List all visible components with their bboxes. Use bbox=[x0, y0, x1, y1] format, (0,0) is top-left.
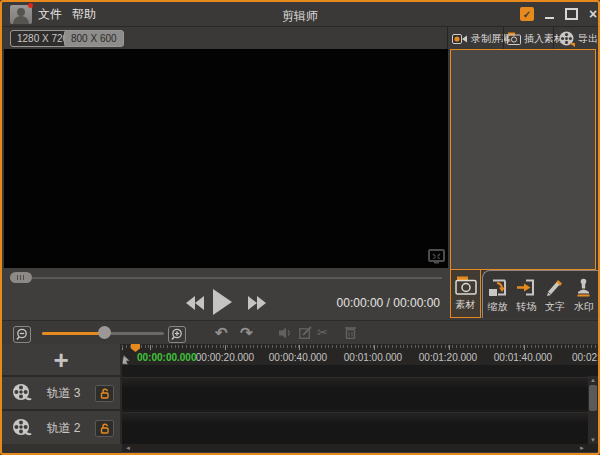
insert-material-icon bbox=[507, 32, 521, 45]
export-film-reel-icon bbox=[559, 31, 575, 47]
timeline-zoom-slider-handle[interactable] bbox=[98, 326, 111, 339]
ruler-current-time: 00:00:00.000 bbox=[137, 352, 197, 363]
film-reel-icon bbox=[12, 383, 32, 403]
scroll-right-icon[interactable]: ► bbox=[579, 444, 585, 452]
track-2-label: 轨道 2 bbox=[32, 420, 95, 437]
zoom-out-icon bbox=[16, 328, 29, 341]
rewind-icon bbox=[195, 296, 204, 310]
horizontal-scrollbar[interactable]: ◄ ► bbox=[122, 444, 588, 452]
export-label: 导出 bbox=[578, 32, 598, 46]
redo-button[interactable]: ↷ bbox=[240, 324, 253, 342]
material-camera-icon bbox=[455, 276, 477, 295]
seek-handle[interactable] bbox=[10, 272, 32, 283]
scroll-down-icon[interactable]: ▼ bbox=[588, 436, 598, 444]
unlock-icon bbox=[99, 423, 110, 434]
tab-transition-label: 转场 bbox=[516, 300, 536, 314]
tab-watermark-label: 水印 bbox=[574, 300, 594, 314]
timeline-track-lane-3[interactable] bbox=[122, 377, 588, 409]
seek-track[interactable] bbox=[10, 277, 442, 279]
menu-help[interactable]: 帮助 bbox=[72, 7, 96, 21]
watermark-stamp-icon bbox=[575, 278, 592, 297]
track-row-3[interactable]: 轨道 3 bbox=[2, 377, 120, 411]
feedback-check-icon[interactable]: ✓ bbox=[520, 7, 534, 21]
material-panel bbox=[450, 49, 596, 270]
rewind-button[interactable] bbox=[186, 296, 204, 310]
timeline-toolbar: ↶ ↷ ✂ bbox=[2, 320, 598, 345]
ruler-label: 00:00:40.000 bbox=[263, 352, 333, 363]
fast-forward-icon bbox=[257, 296, 266, 310]
delete-button[interactable] bbox=[345, 326, 356, 339]
mute-button[interactable] bbox=[279, 327, 292, 339]
maximize-icon bbox=[565, 8, 578, 20]
scroll-up-icon[interactable]: ▲ bbox=[588, 376, 598, 384]
track-2-lock-button[interactable] bbox=[95, 420, 114, 437]
maximize-button[interactable] bbox=[563, 7, 579, 21]
fullscreen-icon[interactable] bbox=[428, 249, 445, 264]
scale-icon bbox=[487, 278, 507, 297]
track-panel: + 轨道 3 bbox=[2, 344, 122, 444]
tab-scale-label: 缩放 bbox=[487, 300, 507, 314]
export-button[interactable]: 导出 bbox=[559, 27, 598, 50]
tab-material[interactable]: 素材 bbox=[450, 270, 481, 318]
cut-button[interactable]: ✂ bbox=[317, 325, 328, 340]
user-avatar[interactable] bbox=[10, 5, 32, 24]
transition-icon bbox=[516, 278, 536, 297]
vertical-scrollbar-thumb[interactable] bbox=[589, 385, 597, 411]
timeline-ruler[interactable]: 00:00:00.000 00:00:20.000 00:00:40.000 0… bbox=[122, 344, 598, 365]
unlock-icon bbox=[99, 388, 110, 399]
ruler-minor-ticks bbox=[122, 345, 598, 348]
track-3-label: 轨道 3 bbox=[32, 385, 95, 402]
menu-file[interactable]: 文件 bbox=[38, 7, 62, 21]
minimize-button[interactable] bbox=[541, 7, 557, 21]
toolbar-separator bbox=[447, 27, 448, 50]
tab-transition[interactable]: 转场 bbox=[512, 271, 541, 325]
scrollbar-corner bbox=[588, 444, 598, 452]
main-toolbar: 1280 X 720 800 X 600 录制屏幕 插入素材 bbox=[2, 26, 598, 51]
timeline-zoom-slider-fill bbox=[42, 332, 104, 335]
scroll-left-icon[interactable]: ◄ bbox=[125, 444, 131, 452]
track-3-lock-button[interactable] bbox=[95, 385, 114, 402]
tab-text-label: 文字 bbox=[545, 300, 565, 314]
rewind-icon bbox=[186, 296, 195, 310]
ruler-label: 00:02:0 bbox=[572, 352, 598, 363]
add-track-button[interactable]: + bbox=[2, 344, 120, 377]
time-display: 00:00:00 / 00:00:00 bbox=[337, 296, 440, 310]
close-button[interactable]: × bbox=[585, 7, 600, 21]
fast-forward-icon bbox=[248, 296, 257, 310]
playback-bar bbox=[2, 268, 450, 320]
insert-material-button[interactable]: 插入素材 bbox=[507, 27, 564, 50]
tab-text[interactable]: 文字 bbox=[541, 271, 570, 325]
zoom-out-button[interactable] bbox=[13, 326, 31, 343]
timeline-track-lane-2[interactable] bbox=[122, 412, 588, 444]
toolbar-separator bbox=[503, 27, 504, 50]
minimize-icon bbox=[545, 17, 554, 19]
track-panel-footer bbox=[2, 444, 122, 453]
ruler-label: 00:01:40.000 bbox=[488, 352, 558, 363]
mouse-cursor bbox=[122, 349, 135, 365]
play-icon bbox=[213, 289, 232, 315]
text-pencil-icon bbox=[545, 278, 564, 297]
undo-button[interactable]: ↶ bbox=[215, 324, 228, 342]
ruler-label: 00:00:20.000 bbox=[190, 352, 260, 363]
insert-material-label: 插入素材 bbox=[524, 32, 564, 46]
edit-clip-button[interactable] bbox=[299, 326, 312, 339]
window-title: 剪辑师 bbox=[282, 8, 318, 25]
track-row-2[interactable]: 轨道 2 bbox=[2, 412, 120, 446]
tab-scale[interactable]: 缩放 bbox=[483, 271, 512, 325]
play-button[interactable] bbox=[213, 289, 232, 315]
avatar-person-icon bbox=[17, 8, 25, 16]
zoom-in-button[interactable] bbox=[168, 326, 186, 343]
tab-watermark[interactable]: 水印 bbox=[569, 271, 598, 325]
titlebar: 文件 帮助 剪辑师 ✓ × bbox=[2, 2, 598, 25]
resolution-800x600-button[interactable]: 800 X 600 bbox=[64, 30, 124, 47]
notification-dot bbox=[28, 3, 33, 8]
panel-tab-bar: 缩放 转场 文字 水印 bbox=[482, 270, 598, 318]
vertical-scrollbar[interactable]: ▲ ▼ bbox=[588, 376, 598, 444]
video-preview bbox=[4, 49, 448, 268]
toolbar-separator bbox=[553, 27, 554, 50]
fast-forward-button[interactable] bbox=[248, 296, 266, 310]
tab-material-label: 素材 bbox=[456, 298, 476, 312]
zoom-in-icon bbox=[171, 328, 184, 341]
ruler-label: 00:01:20.000 bbox=[413, 352, 483, 363]
app-window: 文件 帮助 剪辑师 ✓ × 1280 X 720 800 X 600 录制屏幕 bbox=[0, 0, 600, 455]
